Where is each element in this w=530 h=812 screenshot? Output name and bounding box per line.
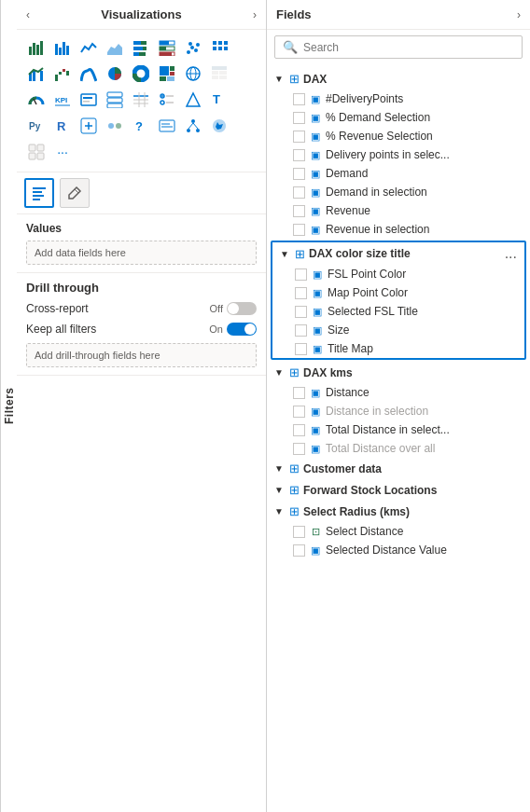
group-header-customer-data[interactable]: ▼ ⊞ Customer data (267, 458, 530, 479)
viz-gauge-icon[interactable] (24, 88, 49, 112)
viz-stacked-bar-icon[interactable] (129, 35, 153, 60)
viz-custom-visual-icon[interactable] (24, 140, 49, 164)
viz-more-icon[interactable] (207, 35, 231, 60)
viz-pie-icon[interactable] (103, 62, 127, 86)
field-checkbox-fsl-point-color[interactable] (295, 268, 307, 281)
viz-table-icon[interactable] (129, 88, 153, 112)
format-fields-button[interactable] (24, 178, 54, 208)
viz-100pct-bar-icon[interactable] (155, 35, 179, 60)
dax-kms-group-name: DAX kms (303, 366, 353, 379)
field-fsl-point-color[interactable]: ▣ FSL Point Color (272, 265, 524, 283)
search-input[interactable] (303, 41, 514, 54)
viz-line-col-icon[interactable] (24, 62, 49, 86)
viz-qna-icon[interactable]: ? (129, 114, 153, 138)
cross-report-track[interactable] (227, 302, 257, 315)
add-drillthrough-fields-box[interactable]: Add drill-through fields here (26, 343, 257, 367)
field-checkbox-distance[interactable] (293, 387, 305, 399)
field-revenue-selection[interactable]: ▣ % Revenue Selection (267, 127, 530, 145)
field-demand-in-selection[interactable]: ▣ Demand in selection (267, 183, 530, 201)
field-delivery-points[interactable]: ▣ #DeliveryPoints (267, 89, 530, 108)
group-header-dax-color[interactable]: ▼ ⊞ DAX color size title ... (272, 242, 524, 265)
viz-scatter-icon[interactable] (181, 35, 205, 60)
cross-report-toggle[interactable]: Off (210, 302, 257, 315)
viz-slicer-icon[interactable] (155, 88, 179, 112)
field-checkbox-dps[interactable] (293, 149, 305, 161)
field-checkbox-dist-in-sel[interactable] (293, 406, 305, 418)
field-revenue-in-selection[interactable]: ▣ Revenue in selection (267, 220, 530, 239)
field-checkbox-demand[interactable] (293, 168, 305, 180)
group-header-select-radius[interactable]: ▼ ⊞ Select Radius (kms) (267, 501, 530, 522)
filters-tab[interactable]: Filters (0, 0, 17, 812)
viz-multirow-card-icon[interactable] (103, 88, 127, 112)
viz-matrix-icon[interactable] (207, 62, 231, 86)
field-checkbox-revenue-selection[interactable] (293, 131, 305, 143)
field-checkbox-delivery-points[interactable] (293, 93, 305, 105)
field-select-distance[interactable]: ⊡ Select Distance (267, 522, 530, 541)
viz-ellipsis-icon[interactable]: ··· (50, 140, 75, 164)
field-checkbox-total-dist-sel[interactable] (293, 424, 305, 436)
search-box[interactable]: 🔍 (274, 35, 523, 59)
viz-waterfall-icon[interactable] (50, 62, 75, 86)
viz-kpi-icon[interactable]: KPI (50, 88, 75, 112)
viz-card-icon[interactable] (77, 88, 101, 112)
more-options-icon[interactable]: ... (505, 246, 517, 261)
viz-next-arrow[interactable]: › (253, 8, 257, 21)
field-checkbox-total-dist-all[interactable] (293, 443, 305, 455)
viz-donut-icon[interactable] (129, 62, 153, 86)
field-demand[interactable]: ▣ Demand (267, 164, 530, 183)
viz-filled-map-icon[interactable] (207, 114, 231, 138)
field-distance-in-selection[interactable]: ▣ Distance in selection (267, 402, 530, 420)
group-header-dax[interactable]: ▼ ⊞ DAX (267, 68, 530, 89)
viz-bar-chart-icon[interactable] (24, 35, 49, 60)
viz-ribbon-icon[interactable] (77, 62, 101, 86)
viz-column-chart-icon[interactable] (50, 35, 75, 60)
field-size[interactable]: ▣ Size (272, 321, 524, 339)
field-checkbox-revenue[interactable] (293, 205, 305, 217)
field-revenue[interactable]: ▣ Revenue (267, 201, 530, 220)
add-data-fields-box[interactable]: Add data fields here (26, 241, 257, 265)
field-checkbox-select-dist[interactable] (293, 526, 305, 538)
field-total-distance-select[interactable]: ▣ Total Distance in select... (267, 420, 530, 439)
viz-custom-icon-2[interactable] (103, 114, 127, 138)
field-distance[interactable]: ▣ Distance (267, 383, 530, 402)
viz-narrative-icon[interactable] (155, 114, 179, 138)
keep-filters-track[interactable] (227, 323, 257, 336)
fields-next-arrow[interactable]: › (517, 8, 521, 21)
viz-py-icon[interactable]: Py (24, 114, 49, 138)
format-paint-button[interactable] (60, 178, 90, 208)
field-selected-distance-value[interactable]: ▣ Selected Distance Value (267, 541, 530, 559)
group-header-fsl[interactable]: ▼ ⊞ Forward Stock Locations (267, 479, 530, 501)
viz-area-chart-icon[interactable] (103, 35, 127, 60)
field-demand-selection[interactable]: ▣ % Demand Selection (267, 108, 530, 127)
field-checkbox-rev-in-sel[interactable] (293, 224, 305, 236)
field-selected-fsl-title[interactable]: ▣ Selected FSL Title (272, 302, 524, 321)
viz-shape-icon[interactable] (181, 88, 205, 112)
cross-report-row: Cross-report Off (26, 302, 257, 315)
svg-rect-49 (212, 66, 227, 70)
viz-treemap-icon[interactable] (155, 62, 179, 86)
group-header-dax-kms[interactable]: ▼ ⊞ DAX kms (267, 362, 530, 383)
field-measure-icon-5: ▣ (309, 168, 322, 180)
viz-custom-icon-1[interactable] (77, 114, 101, 138)
field-title-map[interactable]: ▣ Title Map (272, 339, 524, 358)
keep-filters-toggle[interactable]: On (209, 323, 257, 336)
svg-text:?: ? (135, 119, 143, 133)
field-checkbox-title-map[interactable] (295, 343, 307, 355)
dax-group-name: DAX (303, 73, 327, 86)
viz-prev-arrow[interactable]: ‹ (26, 8, 30, 21)
viz-textbox-icon[interactable]: T (207, 88, 231, 112)
viz-line-chart-icon[interactable] (77, 35, 101, 60)
viz-decomp-icon[interactable] (181, 114, 205, 138)
field-delivery-points-selec[interactable]: ▣ Delivery points in selec... (267, 145, 530, 164)
field-checkbox-sel-dist-val[interactable] (293, 544, 305, 557)
field-checkbox-sel-fsl-title[interactable] (295, 306, 307, 318)
field-total-distance-all[interactable]: ▣ Total Distance over all (267, 439, 530, 458)
field-checkbox-demand-in-sel[interactable] (293, 186, 305, 199)
field-checkbox-map-point-color[interactable] (295, 287, 307, 299)
field-checkbox-size[interactable] (295, 324, 307, 337)
field-checkbox-demand-selection[interactable] (293, 112, 305, 124)
viz-r-icon[interactable]: R (50, 114, 75, 138)
field-map-point-color[interactable]: ▣ Map Point Color (272, 283, 524, 302)
viz-map-icon[interactable] (181, 62, 205, 86)
svg-rect-10 (133, 47, 143, 50)
